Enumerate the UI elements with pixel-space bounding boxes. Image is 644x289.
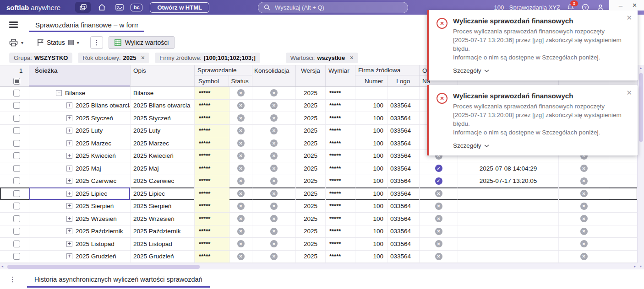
home-icon[interactable] bbox=[95, 2, 109, 13]
chip-close-icon[interactable]: ✕ bbox=[141, 55, 145, 60]
header-symbol[interactable]: Symbol bbox=[195, 75, 229, 86]
row-checkbox[interactable] bbox=[13, 203, 20, 209]
tree-expander-icon[interactable] bbox=[66, 253, 72, 259]
filter-chip-wartosci[interactable]: Wartości: wszystkie ✕ bbox=[286, 53, 358, 63]
tree-expander-icon[interactable] bbox=[66, 140, 72, 146]
row-checkbox[interactable] bbox=[13, 241, 20, 247]
tab-historia-wyliczen[interactable]: Historia asynchronicznych wyliczeń warto… bbox=[27, 269, 210, 289]
chip-close-icon[interactable]: ✕ bbox=[349, 55, 354, 60]
konsolidacja-error-icon bbox=[270, 102, 278, 109]
filter-chip-grupa[interactable]: Grupa: WSZYSTKO ✕ bbox=[9, 53, 72, 63]
tree-expander-icon[interactable] bbox=[66, 115, 72, 121]
tree-expander-icon[interactable] bbox=[66, 191, 72, 197]
header-logo[interactable]: Logo bbox=[387, 75, 419, 86]
scroll-up-icon[interactable]: ▴ bbox=[638, 66, 644, 70]
row-checkbox[interactable] bbox=[13, 190, 20, 197]
header-konsolidacja[interactable]: Konsolidacja bbox=[252, 65, 296, 86]
tree-expander-icon[interactable] bbox=[66, 228, 72, 234]
wersja-cell: 2025 bbox=[296, 175, 326, 187]
gallery-icon[interactable] bbox=[113, 2, 126, 13]
symbol-cell: ***** bbox=[195, 251, 229, 263]
row-checkbox[interactable] bbox=[13, 140, 20, 147]
tree-expander-icon[interactable] bbox=[66, 128, 72, 134]
numer-cell: 100 bbox=[355, 125, 387, 137]
tab-sprawozdania-finansowe[interactable]: Sprawozdania finansowe – w formie d bbox=[29, 15, 144, 35]
wymiar-cell: ***** bbox=[326, 150, 355, 162]
tree-expander-icon[interactable] bbox=[66, 216, 72, 222]
menu-icon[interactable] bbox=[9, 20, 18, 29]
opis-cell: 2025 Sierpień bbox=[131, 200, 195, 213]
table-row[interactable]: 2025 Grudzień 2025 Grudzień ***** 2025 *… bbox=[0, 251, 638, 263]
search-input[interactable] bbox=[274, 4, 402, 11]
header-numer[interactable]: Numer bbox=[355, 75, 387, 86]
opis-cell: 2025 Czerwiec bbox=[131, 175, 195, 187]
workspace-icon[interactable] bbox=[75, 2, 91, 13]
print-button[interactable]: ▾ bbox=[9, 39, 23, 47]
filter-chip-rok-obrotowy[interactable]: Rok obrotowy: 2025 ✕ bbox=[78, 53, 149, 63]
bottom-kebab-icon[interactable]: ⋮ bbox=[9, 275, 16, 284]
symbol-cell: ***** bbox=[195, 137, 229, 150]
numer-cell: 100 bbox=[355, 112, 387, 124]
row-checkbox[interactable] bbox=[13, 127, 20, 134]
toast-notification: ✕ Wyliczanie sprawozdań finansowych Proc… bbox=[427, 85, 638, 155]
vertical-scroll-thumb[interactable] bbox=[639, 73, 643, 142]
header-wersja[interactable]: Wersja bbox=[296, 65, 326, 86]
header-sciezka[interactable]: Ścieżka bbox=[29, 65, 131, 86]
scroll-down-icon[interactable]: ▾ bbox=[638, 264, 644, 268]
minimize-icon[interactable]: – bbox=[619, 1, 622, 9]
toast-details-link[interactable]: Szczegóły bbox=[453, 142, 623, 149]
row-checkbox[interactable] bbox=[13, 165, 20, 172]
status-filter-control[interactable]: Status ▾ bbox=[37, 39, 79, 46]
tree-expander-icon[interactable] bbox=[66, 102, 72, 108]
symbol-cell: ***** bbox=[195, 100, 229, 112]
table-row[interactable]: 2025 Wrzesień 2025 Wrzesień ***** 2025 *… bbox=[0, 213, 638, 225]
header-opis[interactable]: Opis bbox=[131, 65, 195, 86]
calculation-status-icon bbox=[435, 203, 442, 210]
toast-close-icon[interactable]: ✕ bbox=[626, 14, 632, 22]
horizontal-scroll-thumb[interactable] bbox=[7, 265, 200, 269]
row-checkbox[interactable] bbox=[13, 102, 20, 109]
row-checkbox[interactable] bbox=[13, 152, 20, 159]
toast-close-icon[interactable]: ✕ bbox=[626, 89, 632, 97]
row-checkbox[interactable] bbox=[13, 215, 20, 222]
filter-chip-firmy-zrodlowe[interactable]: Firmy źródłowe: [100;101;102;103;] ✕ bbox=[155, 53, 260, 63]
table-row[interactable]: 2025 Listopad 2025 Listopad ***** 2025 *… bbox=[0, 238, 638, 251]
bc-icon[interactable]: bc bbox=[131, 4, 142, 11]
search-box[interactable] bbox=[258, 2, 408, 13]
opis-cell: 2025 Styczeń bbox=[131, 112, 195, 124]
table-row[interactable]: 2025 Lipiec 2025 Lipiec ***** 2025 *****… bbox=[0, 187, 638, 200]
opis-cell: 2025 Październik bbox=[131, 225, 195, 238]
row-checkbox[interactable] bbox=[13, 177, 20, 184]
path-text: 2025 Luty bbox=[76, 127, 103, 134]
print-icon bbox=[9, 39, 18, 47]
tree-expander-icon[interactable] bbox=[66, 153, 72, 159]
tree-expander-icon[interactable] bbox=[66, 178, 72, 184]
row-checkbox[interactable] bbox=[13, 90, 20, 96]
row-checkbox[interactable] bbox=[13, 228, 20, 235]
table-row[interactable]: 2025 Sierpień 2025 Sierpień ***** 2025 *… bbox=[0, 200, 638, 213]
numer-cell: 100 bbox=[355, 213, 387, 225]
row-checkbox[interactable] bbox=[13, 115, 20, 122]
calculate-values-button[interactable]: Wylicz wartości bbox=[109, 36, 175, 49]
select-all-checkbox[interactable] bbox=[13, 78, 20, 85]
header-firma-zrodlowa[interactable]: Firma źródłowa Numer Logo bbox=[355, 65, 420, 86]
tree-expander-icon[interactable] bbox=[56, 90, 62, 96]
tree-expander-icon[interactable] bbox=[66, 166, 72, 171]
more-options-button[interactable]: ⋮ bbox=[90, 36, 103, 49]
header-status[interactable]: Status bbox=[229, 75, 252, 86]
header-wymiar[interactable]: Wymiar bbox=[326, 65, 355, 86]
wymiar-cell: ***** bbox=[326, 225, 355, 238]
toast-details-link[interactable]: Szczegóły bbox=[453, 67, 623, 74]
table-row[interactable]: 2025 Maj 2025 Maj ***** 2025 ***** 100 0… bbox=[0, 162, 638, 175]
table-row[interactable]: 2025 Październik 2025 Październik ***** … bbox=[0, 225, 638, 238]
vertical-scrollbar[interactable]: ▴ ▾ bbox=[637, 65, 644, 269]
table-row[interactable]: 2025 Czerwiec 2025 Czerwiec ***** 2025 *… bbox=[0, 175, 638, 188]
tree-expander-icon[interactable] bbox=[66, 241, 72, 247]
close-icon[interactable]: ✕ bbox=[632, 2, 637, 9]
open-html-button[interactable]: Otwórz w HTML bbox=[150, 2, 209, 13]
row-checkbox[interactable] bbox=[13, 253, 20, 260]
status-error-icon bbox=[237, 215, 245, 222]
path-text: 2025 Lipiec bbox=[76, 190, 107, 197]
header-sprawozdanie[interactable]: Sprawozdanie Symbol Status bbox=[195, 65, 252, 86]
tree-expander-icon[interactable] bbox=[66, 203, 72, 209]
